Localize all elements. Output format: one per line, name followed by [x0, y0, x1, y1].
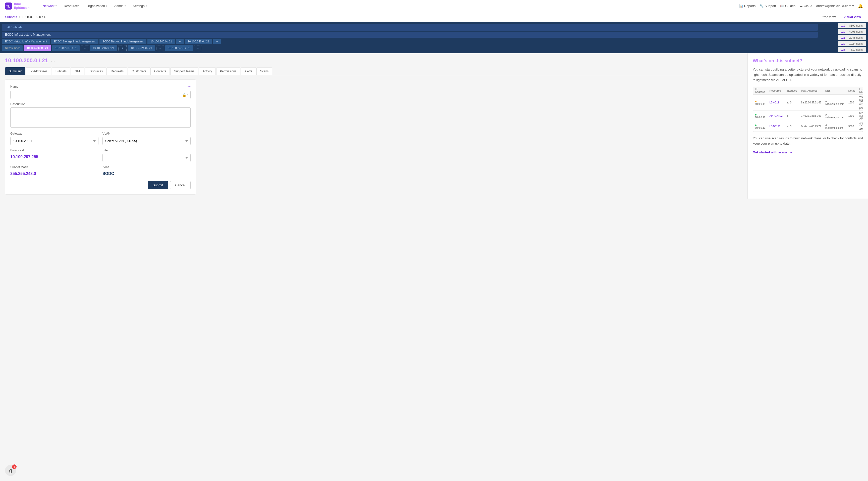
right-panel-title: What's on this subnet?	[753, 58, 863, 64]
submit-button[interactable]: Submit	[148, 181, 168, 189]
scan-last-2: 6/25/2024 8:20:25 AM	[858, 111, 863, 121]
tree-plus-5[interactable]: +	[156, 45, 164, 51]
input-icons: 🔒 ℹ	[182, 93, 189, 97]
broadcast-value: 10.100.207.255	[10, 155, 98, 159]
tree-plus-6[interactable]: +	[194, 45, 202, 51]
broadcast-label: Broadcast	[10, 149, 98, 152]
nav-guides[interactable]: 📖 Guides	[780, 4, 796, 8]
notification-bell-icon[interactable]: 🔔	[858, 3, 863, 8]
nav-organization[interactable]: Organization ▾	[83, 2, 110, 9]
name-label: Name	[10, 85, 18, 88]
nav-reports[interactable]: 📊 Reports	[739, 4, 756, 8]
all-subnets-row[interactable]: ↑ All Subnets	[2, 24, 818, 31]
tree-232[interactable]: 10.100.232.0 / 21	[165, 45, 193, 51]
scan-table-head: IP Address Resource Interface MAC Addres…	[753, 87, 863, 95]
tab-permissions[interactable]: Permissions	[216, 67, 240, 75]
tab-nat[interactable]: NAT	[71, 67, 84, 75]
col-dns: DNS	[823, 87, 846, 95]
cloud-icon: ☁	[800, 4, 803, 8]
tab-summary[interactable]: Summary	[5, 67, 25, 75]
tree-new-subnet[interactable]: New subnet	[2, 45, 23, 51]
visual-view-button[interactable]: visual view	[842, 14, 863, 19]
form-name-row: Name ✏	[10, 85, 191, 89]
nav-user[interactable]: andrew@tidalcloud.com ▾	[816, 4, 854, 8]
nav-admin[interactable]: Admin ▾	[111, 2, 129, 9]
chevron-down-icon: ▾	[852, 4, 854, 8]
breadcrumb-current: 10.100.192.0 / 18	[22, 15, 47, 19]
size-panel: /198192 hosts /204096 hosts /212048 host…	[836, 22, 868, 53]
tab-subnets[interactable]: Subnets	[52, 67, 70, 75]
size-20[interactable]: /204096 hosts	[838, 29, 866, 34]
tree-plus-4[interactable]: +	[118, 45, 126, 51]
svg-text:TL: TL	[6, 4, 10, 8]
size-21[interactable]: /212048 hosts	[838, 35, 866, 40]
vlan-label: VLAN	[102, 132, 191, 135]
breadcrumb-left: Subnets / 10.100.192.0 / 18	[5, 15, 48, 19]
tree-208[interactable]: 10.100.208.0 / 21	[52, 45, 80, 51]
edit-icon[interactable]: ✏	[188, 85, 191, 89]
breadcrumb-separator: /	[19, 15, 20, 19]
subnet-options-menu[interactable]: ...	[51, 58, 55, 63]
tab-customers[interactable]: Customers	[128, 67, 150, 75]
size-22[interactable]: /221024 hosts	[838, 41, 866, 46]
tree-200-selected[interactable]: 10.100.200.0 / 21	[24, 45, 51, 51]
tab-scans[interactable]: Scans	[256, 67, 272, 75]
site-label: Site	[102, 149, 191, 152]
cancel-button[interactable]: Cancel	[170, 181, 191, 189]
logo[interactable]: TL tidal lightmesh	[5, 2, 29, 9]
right-panel-para1: You can start building a better picture …	[753, 67, 863, 83]
description-input[interactable]	[10, 107, 191, 128]
name-input[interactable]	[10, 91, 191, 99]
tree-240[interactable]: 10.100.240.0 / 21	[148, 39, 175, 44]
tab-requests[interactable]: Requests	[107, 67, 127, 75]
vlan-group: VLAN Select VLAN (0-4095)	[102, 132, 191, 145]
tree-plus-1[interactable]: +	[176, 39, 184, 44]
nav-network[interactable]: Network ▾	[39, 2, 60, 9]
tab-resources[interactable]: Resources	[85, 67, 106, 75]
book-icon: 📖	[780, 4, 784, 8]
nav-resources[interactable]: Resources	[61, 2, 82, 9]
tab-activity[interactable]: Activity	[199, 67, 216, 75]
scan-notes-3: 3600	[846, 121, 858, 132]
tree-248[interactable]: 10.100.248.0 / 21	[185, 39, 212, 44]
vlan-select[interactable]: Select VLAN (0-4095)	[102, 137, 191, 145]
scan-table: IP Address Resource Interface MAC Addres…	[753, 87, 863, 132]
tree-plus-2[interactable]: +	[213, 39, 221, 44]
subnet-tree: ↑ All Subnets ECDC Infrastructure Manage…	[0, 22, 868, 53]
size-23[interactable]: /23512 hosts	[838, 47, 866, 52]
tab-contacts[interactable]: Contacts	[150, 67, 170, 75]
get-started-link[interactable]: Get started with scans →	[753, 150, 863, 154]
breadcrumb-subnets-link[interactable]: Subnets	[5, 15, 17, 19]
scan-preview: IP Address Resource Interface MAC Addres…	[753, 87, 863, 132]
subnet-mask-label: Subnet Mask	[10, 165, 98, 169]
nav-cloud[interactable]: ☁ Cloud	[800, 4, 812, 8]
tree-224[interactable]: 10.100.224.0 / 21	[128, 45, 155, 51]
breadcrumb: Subnets / 10.100.192.0 / 18 tree view vi…	[0, 12, 868, 22]
tree-network-infra[interactable]: ECDC Network Infra Management	[2, 39, 50, 44]
tab-support-teams[interactable]: Support Teams	[170, 67, 198, 75]
name-input-wrap: 🔒 ℹ	[10, 91, 191, 99]
nav-settings[interactable]: Settings ▾	[130, 2, 150, 9]
tree-plus-3[interactable]: +	[81, 45, 89, 51]
main-content: 10.100.200.0 / 21 ... Summary IP Address…	[0, 53, 868, 199]
gateway-select[interactable]: 10.100.200.1	[10, 137, 98, 145]
site-select[interactable]	[102, 154, 191, 162]
summary-form: Name ✏ 🔒 ℹ Description Gateway 10.100.20…	[5, 79, 196, 195]
zone-group: Zone SGDC	[102, 165, 191, 176]
scan-row-1: 10.0.0.11 LBNO11 eth0 8a:23:04:37:01:68 …	[753, 95, 863, 111]
size-19[interactable]: /198192 hosts	[838, 23, 866, 28]
tree-storage-infra[interactable]: ECDC Storage Infra Management	[51, 39, 98, 44]
col-mac: MAC Address	[799, 87, 823, 95]
scan-dns-1: a sat.example.com	[823, 95, 846, 111]
subnet-heading: 10.100.200.0 / 21	[5, 57, 48, 64]
chevron-down-icon: ▾	[125, 4, 126, 7]
ecdc-infra-row[interactable]: ECDC Infrastructure Management	[2, 32, 818, 38]
tree-view-button[interactable]: tree view	[820, 14, 838, 19]
tree-216[interactable]: 10.100.216.0 / 21	[90, 45, 118, 51]
nav-support[interactable]: 🔧 Support	[760, 4, 776, 8]
scan-mac-3: 8c:6e:da:65:73:74	[799, 121, 823, 132]
tree-backup-infra[interactable]: ECDC Backup Infra Management	[99, 39, 147, 44]
tab-alerts[interactable]: Alerts	[241, 67, 256, 75]
tree-row-3: New subnet 10.100.200.0 / 21 10.100.208.…	[2, 45, 818, 51]
tab-ip-addresses[interactable]: IP Addresses	[26, 67, 51, 75]
